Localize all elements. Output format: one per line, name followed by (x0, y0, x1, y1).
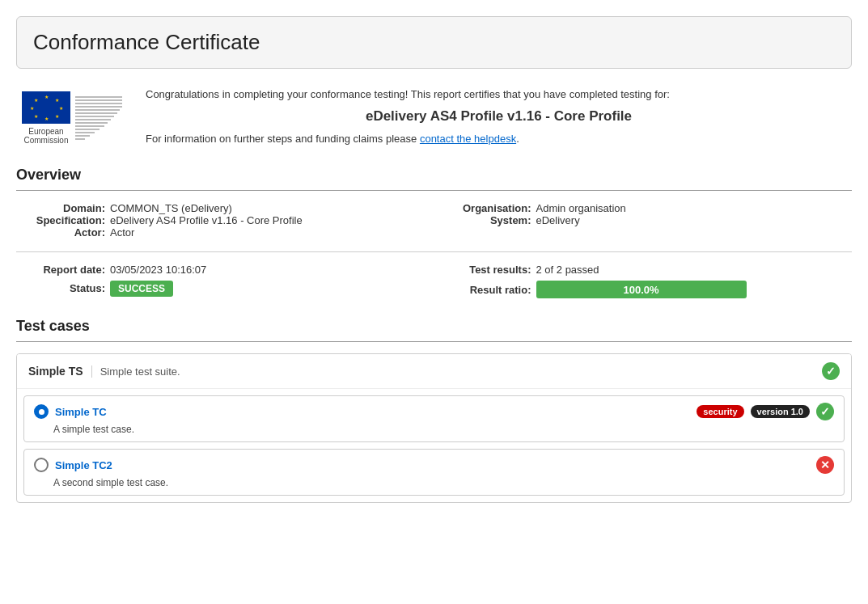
overview-right: Organisation: Admin organisation System:… (442, 202, 853, 239)
test-results-value: 2 of 2 passed (536, 264, 599, 276)
organisation-value: Admin organisation (536, 202, 626, 214)
svg-rect-15 (75, 116, 114, 117)
overview-title: Overview (16, 167, 852, 184)
svg-text:★: ★ (55, 98, 59, 103)
status-badge: SUCCESS (110, 281, 173, 297)
domain-row: Domain: COMMON_TS (eDelivery) (16, 202, 426, 214)
overview-section: Overview Domain: COMMON_TS (eDelivery) S… (16, 167, 852, 298)
svg-rect-17 (75, 122, 108, 124)
svg-rect-12 (75, 106, 122, 108)
svg-rect-11 (75, 103, 122, 104)
svg-rect-19 (75, 129, 100, 130)
tc2-right: ✕ (816, 456, 834, 474)
intro-text: Congratulations in completing your confo… (146, 88, 852, 145)
report-date-value: 03/05/2023 10:16:07 (110, 264, 206, 276)
helpdesk-line: For information on further steps and fun… (146, 133, 852, 145)
system-row: System: eDelivery (442, 214, 853, 226)
domain-value: COMMON_TS (eDelivery) (110, 202, 232, 214)
eu-flag-icon: ★ ★ ★ ★ ★ ★ ★ ★ (22, 91, 70, 124)
svg-text:★: ★ (55, 114, 59, 119)
svg-text:★: ★ (34, 98, 38, 103)
overview-grid: Domain: COMMON_TS (eDelivery) Specificat… (16, 202, 852, 239)
suite-header-left: Simple TS Simple test suite. (28, 365, 180, 378)
svg-rect-9 (75, 96, 122, 98)
specification-label: Specification: (16, 214, 105, 226)
domain-label: Domain: (16, 202, 105, 214)
helpdesk-link[interactable]: contact the helpdesk (420, 133, 516, 145)
test-cases-title: Test cases (16, 318, 852, 335)
eu-commission-logo: ★ ★ ★ ★ ★ ★ ★ ★ EuropeanCommission (16, 88, 129, 147)
organisation-label: Organisation: (442, 202, 531, 214)
result-ratio-label: Result ratio: (442, 284, 531, 296)
intro-section: ★ ★ ★ ★ ★ ★ ★ ★ EuropeanCommission (16, 88, 852, 147)
tc2-description: A second simple test case. (53, 477, 834, 488)
status-left: Report date: 03/05/2023 10:16:07 Status:… (16, 264, 426, 298)
overview-divider (16, 190, 852, 191)
system-value: eDelivery (536, 214, 580, 226)
actor-value: Actor (110, 226, 134, 239)
suite-check-icon: ✓ (822, 362, 840, 380)
result-ratio-fill: 100.0% (536, 281, 747, 298)
congrats-text: Congratulations in completing your confo… (146, 88, 852, 100)
report-date-label: Report date: (16, 264, 105, 276)
test-results-row: Test results: 2 of 2 passed (442, 264, 853, 276)
actor-label: Actor: (16, 226, 105, 239)
tc2-top: Simple TC2 ✕ (34, 456, 834, 474)
actor-row: Actor: Actor (16, 226, 426, 239)
svg-text:★: ★ (59, 106, 63, 111)
svg-text:★: ★ (44, 116, 49, 121)
tc2-left: Simple TC2 (34, 458, 112, 472)
status-right: Test results: 2 of 2 passed Result ratio… (442, 264, 853, 298)
result-ratio-row: Result ratio: 100.0% (442, 281, 853, 298)
status-label: Status: (16, 282, 105, 294)
test-suite-box: Simple TS Simple test suite. ✓ Simple TC… (16, 353, 852, 503)
test-cases-section: Test cases Simple TS Simple test suite. … (16, 318, 852, 503)
svg-rect-21 (75, 135, 90, 137)
tc2-link[interactable]: Simple TC2 (55, 459, 112, 471)
tc1-version-tag: version 1.0 (751, 405, 810, 418)
helpdesk-pre: For information on further steps and fun… (146, 133, 420, 145)
test-case-row: Simple TC security version 1.0 ✓ A simpl… (23, 395, 845, 442)
svg-rect-18 (75, 125, 104, 127)
test-case-row: Simple TC2 ✕ A second simple test case. (23, 449, 845, 496)
tc1-left: Simple TC (34, 404, 107, 419)
test-suite-header: Simple TS Simple test suite. ✓ (17, 354, 851, 389)
specification-value: eDelivery AS4 Profile v1.16 - Core Profi… (110, 214, 303, 226)
specification-row: Specification: eDelivery AS4 Profile v1.… (16, 214, 426, 226)
svg-rect-22 (75, 138, 85, 140)
test-cases-divider (16, 341, 852, 342)
eu-commission-label: EuropeanCommission (23, 127, 68, 145)
suite-title: Simple TS (28, 365, 83, 378)
suite-subtitle: Simple test suite. (91, 365, 180, 378)
helpdesk-post: . (516, 133, 519, 145)
eu-building-icon (75, 88, 124, 147)
status-row: Status: SUCCESS (16, 281, 426, 297)
tc1-top: Simple TC security version 1.0 ✓ (34, 403, 834, 420)
svg-rect-16 (75, 119, 111, 120)
svg-rect-13 (75, 109, 120, 111)
organisation-row: Organisation: Admin organisation (442, 202, 853, 214)
status-section: Report date: 03/05/2023 10:16:07 Status:… (16, 264, 852, 298)
report-date-row: Report date: 03/05/2023 10:16:07 (16, 264, 426, 276)
svg-text:★: ★ (30, 106, 34, 111)
result-ratio-bar: 100.0% (536, 281, 747, 298)
profile-name: eDelivery AS4 Profile v1.16 - Core Profi… (146, 108, 852, 125)
tc1-check-icon: ✓ (816, 403, 834, 420)
tc1-security-tag: security (697, 405, 743, 418)
tc1-radio-icon (34, 404, 49, 419)
tc2-radio-icon (34, 458, 49, 472)
status-divider (16, 251, 852, 252)
tc1-right: security version 1.0 ✓ (697, 403, 834, 420)
test-results-label: Test results: (442, 264, 531, 276)
svg-rect-10 (75, 99, 122, 101)
page-title: Conformance Certificate (33, 30, 835, 55)
svg-text:★: ★ (34, 114, 38, 119)
svg-rect-20 (75, 132, 95, 133)
tc1-link[interactable]: Simple TC (55, 406, 107, 418)
page-title-box: Conformance Certificate (16, 16, 852, 69)
svg-rect-14 (75, 112, 117, 114)
svg-text:★: ★ (44, 95, 49, 99)
result-ratio-value: 100.0% (623, 284, 658, 296)
tc2-fail-icon: ✕ (816, 456, 834, 474)
system-label: System: (442, 214, 531, 226)
